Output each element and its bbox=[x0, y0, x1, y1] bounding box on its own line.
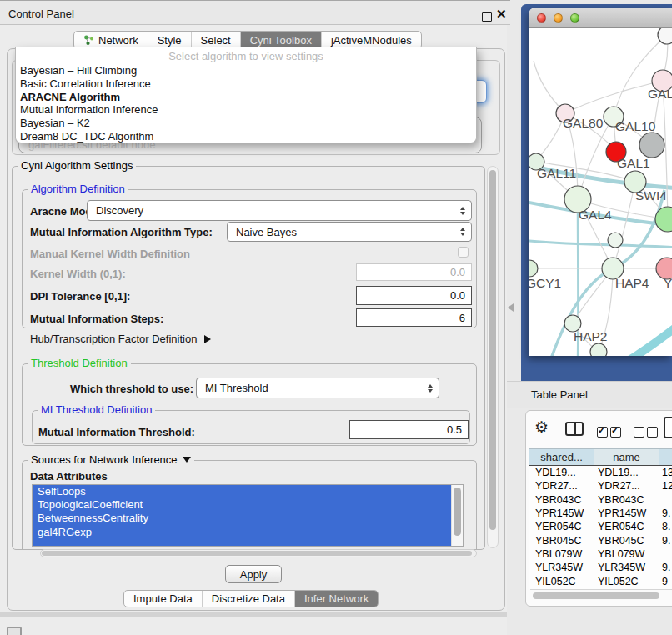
which-threshold-combo[interactable]: MI Threshold bbox=[196, 378, 439, 398]
node-gcy1[interactable] bbox=[529, 260, 538, 277]
mi-threshold-field[interactable]: 0.5 bbox=[349, 420, 469, 439]
sources-title-row[interactable]: Sources for Network Inference bbox=[28, 453, 194, 466]
table-cell: 9. bbox=[662, 534, 670, 548]
table-cell: YDR27... bbox=[535, 479, 578, 492]
apply-label: Apply bbox=[240, 568, 268, 581]
network-window-titlebar[interactable] bbox=[529, 8, 672, 28]
tab-impute-data[interactable]: Impute Data bbox=[124, 591, 202, 607]
table-row[interactable]: YER054CYER054C8. bbox=[529, 520, 672, 533]
settings-vscrollbar[interactable] bbox=[487, 166, 499, 548]
tab-jactivemnodules[interactable]: jActiveMNodules bbox=[321, 32, 421, 48]
control-panel-titlebar: Control Panel ✕ bbox=[0, 0, 510, 25]
table-cell: YIL052C bbox=[598, 574, 639, 588]
node-bottom[interactable] bbox=[590, 343, 607, 356]
node-gray[interactable] bbox=[639, 132, 664, 158]
attribute-item-selfloops[interactable]: SelfLoops bbox=[33, 485, 451, 498]
table-cell: YBR045C bbox=[598, 534, 644, 548]
gear-icon[interactable]: ⚙ bbox=[534, 418, 549, 437]
node-label-hap2: HAP2 bbox=[574, 329, 608, 343]
node-label-gal1: GAL1 bbox=[617, 156, 650, 170]
mi-type-combo[interactable]: Naive Bayes bbox=[227, 222, 472, 242]
close-traffic-light[interactable] bbox=[537, 13, 546, 22]
zoom-traffic-light[interactable] bbox=[570, 13, 579, 22]
stepper-icon bbox=[460, 228, 465, 236]
tab-style[interactable]: Style bbox=[148, 32, 191, 48]
tab-discretize-data[interactable]: Discretize Data bbox=[202, 591, 294, 607]
select-all-checks-icon[interactable]: ✓✓ bbox=[597, 424, 624, 439]
node-label-gal10: GAL10 bbox=[615, 119, 656, 133]
tab-label: jActiveMNodules bbox=[331, 34, 412, 47]
table-hscroll-thumb[interactable] bbox=[533, 592, 659, 599]
which-threshold-label: Which threshold to use: bbox=[70, 382, 193, 395]
table-row[interactable]: YBR045CYBR045C9. bbox=[529, 534, 672, 548]
tab-infer-network[interactable]: Infer Network bbox=[294, 591, 378, 607]
table-panel-titlebar: Table Panel bbox=[507, 381, 672, 408]
manual-kernel-label: Manual Kernel Width Definition bbox=[30, 248, 190, 260]
table-cell: YBL079W bbox=[535, 548, 582, 561]
table-cell: 9 bbox=[662, 574, 668, 588]
attribute-item-betweennesscentrality[interactable]: BetweennessCentrality bbox=[33, 512, 451, 525]
float-button[interactable] bbox=[482, 12, 492, 22]
algorithm-option-aracne-algorithm[interactable]: ARACNE Algorithm bbox=[16, 91, 476, 104]
tab-cyni-toolbox[interactable]: Cyni Toolbox bbox=[240, 32, 321, 48]
mini-panel-icon[interactable] bbox=[7, 627, 22, 635]
table-cell: YBR043C bbox=[535, 493, 582, 507]
tab-select[interactable]: Select bbox=[191, 32, 240, 48]
table-row[interactable]: YBR043CYBR043C bbox=[529, 493, 672, 507]
algorithm-option-bayesian-hill-climbing[interactable]: Bayesian – Hill Climbing bbox=[16, 64, 476, 78]
column-header-partial[interactable] bbox=[659, 449, 672, 465]
tab-network[interactable]: Network bbox=[74, 32, 148, 48]
table-row[interactable]: YDL19...YDL19...13 bbox=[529, 466, 672, 479]
attribute-item-partial[interactable] bbox=[33, 539, 451, 547]
node-label-gal4: GAL4 bbox=[579, 208, 612, 222]
list-vscrollbar[interactable] bbox=[451, 485, 463, 546]
algorithm-option-mutual-information-inference[interactable]: Mutual Information Inference bbox=[16, 103, 476, 117]
settings-hscroll-thumb[interactable] bbox=[42, 551, 472, 556]
settings-vscroll-thumb[interactable] bbox=[489, 170, 496, 530]
minimize-traffic-light[interactable] bbox=[554, 13, 563, 22]
column-header-name[interactable]: name bbox=[594, 449, 659, 465]
table-cell: 9. bbox=[662, 507, 670, 520]
apply-button[interactable]: Apply bbox=[225, 565, 282, 583]
aracne-mode-value: Discovery bbox=[96, 204, 143, 217]
mi-threshold-value: 0.5 bbox=[447, 423, 462, 436]
table-row[interactable]: YPR145WYPR145W9. bbox=[529, 507, 672, 520]
settings-hscrollbar[interactable] bbox=[40, 549, 477, 558]
algorithm-option-dream8-dc-tdc-algorithm[interactable]: Dream8 DC_TDC Algorithm bbox=[16, 130, 476, 143]
hub-section-toggle[interactable]: Hub/Transcription Factor Definition bbox=[30, 332, 211, 345]
table-row[interactable]: YBL079WYBL079W bbox=[529, 548, 672, 561]
table-cell: YER054C bbox=[535, 520, 582, 533]
table-cell: YBL079W bbox=[598, 548, 644, 561]
data-attributes-list[interactable]: SelfLoopsTopologicalCoefficientBetweenne… bbox=[32, 484, 464, 547]
list-vscroll-thumb[interactable] bbox=[454, 488, 461, 536]
deselect-all-checks-icon[interactable] bbox=[634, 424, 660, 439]
table-hscrollbar[interactable] bbox=[530, 589, 672, 600]
mi-steps-label: Mutual Information Steps: bbox=[30, 312, 163, 325]
algorithm-option-bayesian-k2[interactable]: Bayesian – K2 bbox=[16, 117, 476, 130]
attribute-item-gal4rgexp[interactable]: gal4RGexp bbox=[33, 526, 451, 539]
attribute-item-topologicalcoefficient[interactable]: TopologicalCoefficient bbox=[33, 498, 451, 512]
network-canvas[interactable]: GALGAL80GAL10GAL1GAL11SWI4GAL4GCY1HAP4YH… bbox=[529, 28, 672, 356]
mi-steps-field[interactable]: 6 bbox=[356, 308, 472, 327]
close-button[interactable]: ✕ bbox=[496, 7, 507, 22]
expand-right-icon[interactable] bbox=[204, 335, 211, 343]
kernel-width-label: Kernel Width (0,1): bbox=[30, 268, 126, 280]
aracne-mode-combo[interactable]: Discovery bbox=[87, 200, 472, 221]
partial-toolbar-icon[interactable] bbox=[664, 417, 672, 438]
divider-collapse-icon[interactable] bbox=[508, 303, 514, 312]
network-window: GALGAL80GAL10GAL1GAL11SWI4GAL4GCY1HAP4YH… bbox=[529, 8, 672, 356]
manual-kernel-checkbox[interactable] bbox=[458, 247, 469, 258]
table-row[interactable]: YDR27...YDR27...12 bbox=[529, 479, 672, 492]
dpi-tolerance-value: 0.0 bbox=[450, 289, 465, 302]
table-row[interactable]: YIL052CYIL052C9 bbox=[529, 574, 672, 588]
collapse-down-icon[interactable] bbox=[183, 457, 191, 462]
kernel-width-field[interactable]: 0.0 bbox=[356, 263, 472, 281]
node-small[interactable] bbox=[608, 232, 623, 248]
column-header-shared-name[interactable]: shared... bbox=[529, 449, 594, 465]
table-row[interactable]: YLR345WYLR345W9. bbox=[529, 561, 672, 574]
tab-label: Style bbox=[158, 34, 182, 47]
columns-icon[interactable] bbox=[565, 422, 584, 436]
table-cell: YDL19... bbox=[598, 466, 639, 479]
dpi-tolerance-field[interactable]: 0.0 bbox=[356, 286, 472, 305]
algorithm-option-basic-correlation-inference[interactable]: Basic Correlation Inference bbox=[16, 78, 476, 91]
